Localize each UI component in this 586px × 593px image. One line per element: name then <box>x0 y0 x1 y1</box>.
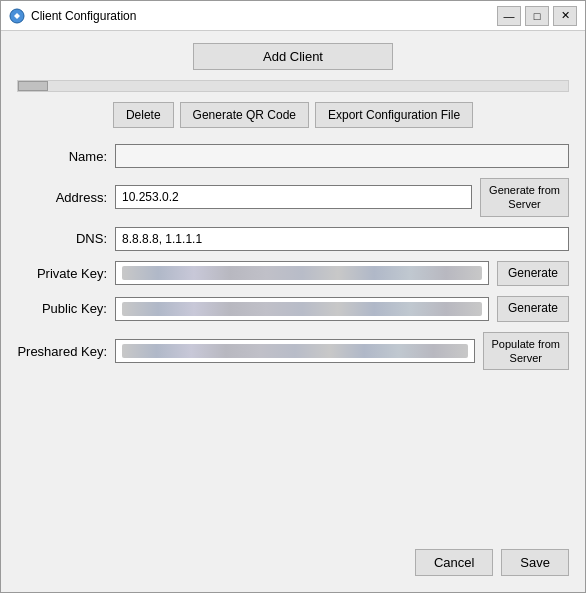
footer: Cancel Save <box>17 537 569 580</box>
public-key-label: Public Key: <box>17 301 107 316</box>
dns-label: DNS: <box>17 231 107 246</box>
generate-from-server-button[interactable]: Generate fromServer <box>480 178 569 217</box>
public-key-row: Public Key: Generate <box>17 296 569 322</box>
preshared-key-blurred <box>122 344 468 358</box>
client-configuration-window: Client Configuration — □ ✕ Add Client De… <box>0 0 586 593</box>
minimize-button[interactable]: — <box>497 6 521 26</box>
preshared-key-label: Preshared Key: <box>17 344 107 359</box>
generate-qr-button[interactable]: Generate QR Code <box>180 102 309 128</box>
preshared-key-input[interactable] <box>115 339 475 363</box>
close-button[interactable]: ✕ <box>553 6 577 26</box>
name-row: Name: <box>17 144 569 168</box>
save-button[interactable]: Save <box>501 549 569 576</box>
populate-from-server-button[interactable]: Populate fromServer <box>483 332 569 371</box>
cancel-button[interactable]: Cancel <box>415 549 493 576</box>
title-bar: Client Configuration — □ ✕ <box>1 1 585 31</box>
address-input[interactable] <box>115 185 472 209</box>
window-title: Client Configuration <box>31 9 136 23</box>
private-key-row: Private Key: Generate <box>17 261 569 287</box>
window-icon <box>9 8 25 24</box>
generate-public-key-button[interactable]: Generate <box>497 296 569 322</box>
content-area: Add Client Delete Generate QR Code Expor… <box>1 31 585 592</box>
name-label: Name: <box>17 149 107 164</box>
export-config-button[interactable]: Export Configuration File <box>315 102 473 128</box>
title-bar-controls: — □ ✕ <box>497 6 577 26</box>
private-key-label: Private Key: <box>17 266 107 281</box>
client-scrollbar[interactable] <box>17 80 569 92</box>
scrollbar-thumb <box>18 81 48 91</box>
public-key-blurred <box>122 302 482 316</box>
dns-input[interactable] <box>115 227 569 251</box>
private-key-input[interactable] <box>115 261 489 285</box>
maximize-button[interactable]: □ <box>525 6 549 26</box>
form-area: Name: Address: Generate fromServer DNS: … <box>17 144 569 537</box>
address-label: Address: <box>17 190 107 205</box>
dns-row: DNS: <box>17 227 569 251</box>
top-bar: Add Client <box>17 43 569 70</box>
preshared-key-row: Preshared Key: Populate fromServer <box>17 332 569 371</box>
address-row: Address: Generate fromServer <box>17 178 569 217</box>
delete-button[interactable]: Delete <box>113 102 174 128</box>
generate-private-key-button[interactable]: Generate <box>497 261 569 287</box>
title-bar-left: Client Configuration <box>9 8 136 24</box>
add-client-button[interactable]: Add Client <box>193 43 393 70</box>
name-input[interactable] <box>115 144 569 168</box>
private-key-blurred <box>122 266 482 280</box>
public-key-input[interactable] <box>115 297 489 321</box>
toolbar: Delete Generate QR Code Export Configura… <box>17 102 569 128</box>
